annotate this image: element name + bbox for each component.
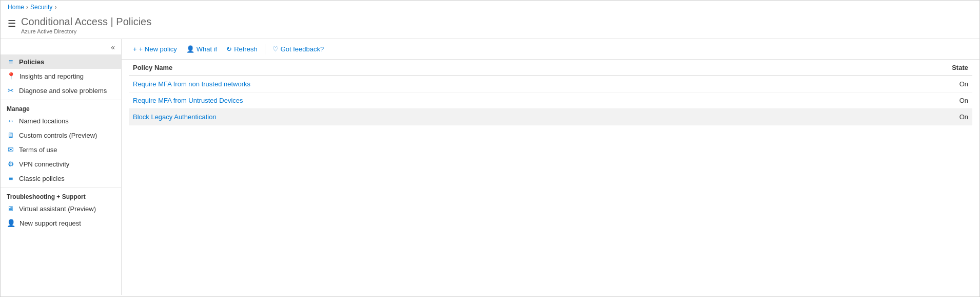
sidebar-item-classic-policies-label: Classic policies [19,175,65,182]
policy-name-cell: Require MFA from non trusted networks [129,76,835,92]
sidebar-collapse-button[interactable]: « [109,42,117,52]
policy-name-column-header: Policy Name [129,60,835,76]
terms-icon: ✉ [7,145,15,154]
sidebar: « ≡ Policies 📍 Insights and reporting ✂ … [1,39,122,295]
sidebar-item-named-locations-label: Named locations [19,117,69,125]
page-title-block: Conditional Access | Policies Azure Acti… [21,16,151,34]
sidebar-item-diagnose-label: Diagnose and solve problems [19,87,107,95]
sidebar-item-vpn[interactable]: ⚙ VPN connectivity [1,157,121,171]
refresh-icon: ↻ [226,45,232,53]
new-policy-button[interactable]: + + New policy [129,43,181,55]
table-body: Require MFA from non trusted networksOnR… [129,76,972,125]
vpn-icon: ⚙ [7,160,15,168]
table-header-row: Policy Name State [129,60,972,76]
sidebar-item-vpn-label: VPN connectivity [19,160,69,168]
breadcrumb-security[interactable]: Security [30,4,52,11]
page-title-sub: Policies [116,16,151,27]
policy-state-cell: On [835,76,972,92]
policy-state-cell: On [835,92,972,109]
virtual-assistant-icon: 🖥 [7,205,15,213]
sidebar-item-classic-policies[interactable]: ≡ Classic policies [1,171,121,185]
policy-link-1[interactable]: Require MFA from Untrusted Devices [133,97,243,104]
policies-table: Policy Name State Require MFA from non t… [129,60,972,125]
content-area: + + New policy 👤 What if ↻ Refresh ♡ Got… [122,39,979,295]
sidebar-collapse-area: « [1,41,121,54]
new-policy-icon: + [133,45,137,53]
what-if-icon: 👤 [186,45,194,53]
policies-icon: ≡ [7,58,15,66]
table-row[interactable]: Require MFA from non trusted networksOn [129,76,972,92]
named-locations-icon: ↔ [7,117,15,125]
classic-policies-icon: ≡ [7,174,15,182]
sidebar-item-custom-controls-label: Custom controls (Preview) [19,132,97,139]
sidebar-section-manage: Manage [1,100,121,114]
new-support-icon: 👤 [7,219,15,227]
what-if-button[interactable]: 👤 What if [182,43,221,55]
table-row[interactable]: Require MFA from Untrusted DevicesOn [129,92,972,109]
page-title-main: Conditional Access [21,16,108,27]
sidebar-item-policies-label: Policies [19,58,44,66]
feedback-icon: ♡ [272,45,279,53]
insights-icon: 📍 [7,72,15,80]
sidebar-item-virtual-assistant[interactable]: 🖥 Virtual assistant (Preview) [1,201,121,216]
page-title-separator: | [111,16,116,27]
breadcrumb: Home › Security › [1,1,979,14]
table-container: Policy Name State Require MFA from non t… [122,60,979,295]
page-title: Conditional Access | Policies [21,16,151,28]
sidebar-item-insights[interactable]: 📍 Insights and reporting [1,69,121,83]
sidebar-item-insights-label: Insights and reporting [19,72,84,80]
what-if-label: What if [197,45,217,53]
custom-controls-icon: 🖥 [7,131,15,139]
state-column-header: State [835,60,972,76]
page-subtitle: Azure Active Directory [21,28,151,34]
policy-state-cell: On [835,109,972,125]
breadcrumb-home[interactable]: Home [8,4,24,11]
sidebar-item-custom-controls[interactable]: 🖥 Custom controls (Preview) [1,128,121,142]
toolbar-divider [265,44,265,54]
main-layout: « ≡ Policies 📍 Insights and reporting ✂ … [1,39,979,295]
sidebar-item-diagnose[interactable]: ✂ Diagnose and solve problems [1,83,121,98]
policy-name-cell: Block Legacy Authentication [129,109,835,125]
sidebar-item-policies[interactable]: ≡ Policies [1,54,121,69]
toolbar: + + New policy 👤 What if ↻ Refresh ♡ Got… [122,39,979,60]
table-row[interactable]: Block Legacy AuthenticationOn [129,109,972,125]
hamburger-icon[interactable]: ☰ [8,18,16,29]
feedback-button[interactable]: ♡ Got feedback? [268,43,328,55]
sidebar-item-terms-label: Terms of use [19,146,57,154]
sidebar-item-named-locations[interactable]: ↔ Named locations [1,114,121,128]
sidebar-item-new-support[interactable]: 👤 New support request [1,216,121,230]
sidebar-item-new-support-label: New support request [19,219,81,227]
sidebar-item-virtual-assistant-label: Virtual assistant (Preview) [19,205,96,213]
sidebar-section-troubleshooting: Troubleshooting + Support [1,188,121,201]
policy-link-0[interactable]: Require MFA from non trusted networks [133,80,250,88]
new-policy-label: + New policy [139,45,177,53]
sidebar-item-terms-of-use[interactable]: ✉ Terms of use [1,142,121,157]
refresh-label: Refresh [234,45,258,53]
diagnose-icon: ✂ [7,86,15,95]
policy-link-2[interactable]: Block Legacy Authentication [133,113,217,121]
feedback-label: Got feedback? [281,45,324,53]
page-header: ☰ Conditional Access | Policies Azure Ac… [1,14,979,39]
refresh-button[interactable]: ↻ Refresh [222,43,262,55]
policy-name-cell: Require MFA from Untrusted Devices [129,92,835,109]
